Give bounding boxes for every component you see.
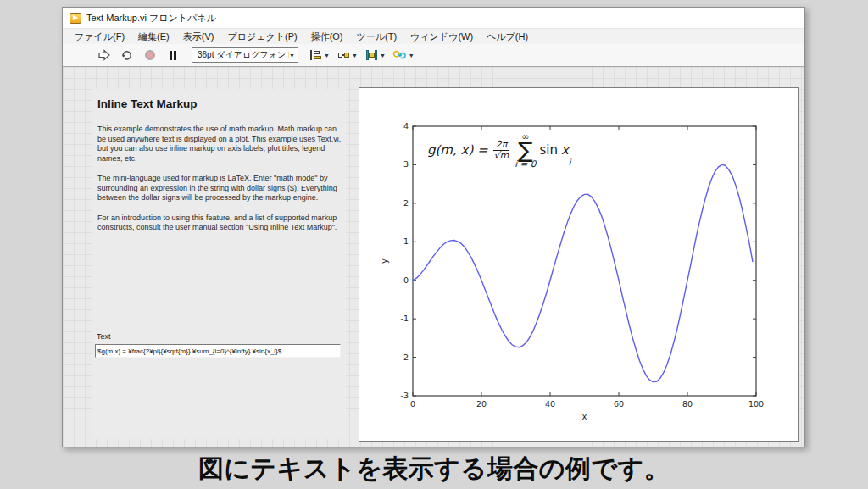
description-paragraph: This example demonstrates the use of mat… [97, 125, 344, 164]
menu-project[interactable]: プロジェクト(P) [220, 29, 303, 44]
front-panel: Inline Text Markup This example demonstr… [63, 67, 804, 447]
text-control-label: Text [97, 332, 111, 341]
svg-text:y: y [380, 258, 389, 264]
labview-front-panel-window: ▶ Text Markup.vi フロントパネル ファイル(F) 編集(E) 表… [62, 7, 805, 447]
menu-view[interactable]: 表示(V) [176, 29, 221, 44]
abort-button[interactable] [142, 47, 158, 64]
desktop-background: ▶ Text Markup.vi フロントパネル ファイル(F) 編集(E) 表… [0, 0, 868, 489]
caption-text: 図にテキストを表示する場合の例です。 [198, 452, 670, 486]
xy-graph: 020406080100-3-2-101234xy [359, 88, 800, 442]
svg-text:0: 0 [403, 275, 409, 285]
page-title: Inline Text Markup [97, 97, 198, 110]
window-titlebar[interactable]: ▶ Text Markup.vi フロントパネル [63, 8, 804, 28]
resize-objects-button[interactable]: ▼ [365, 49, 386, 61]
svg-text:0: 0 [410, 399, 415, 408]
svg-text:-1: -1 [401, 314, 409, 323]
menu-edit[interactable]: 編集(E) [131, 29, 176, 44]
svg-text:100: 100 [748, 399, 764, 408]
labview-app-icon: ▶ [70, 13, 81, 24]
formula-sum: ∞ ∑ i = 0 [515, 132, 536, 168]
svg-text:20: 20 [476, 399, 487, 408]
abort-icon [145, 50, 155, 60]
svg-text:40: 40 [545, 399, 555, 408]
video-caption: 図にテキストを表示する場合の例です。 [0, 448, 868, 489]
svg-text:80: 80 [682, 399, 693, 408]
distribute-objects-icon [337, 49, 350, 61]
sigma-symbol: ∑ [518, 142, 533, 159]
formula-lhs: g(m, x) = [427, 142, 488, 158]
menu-file[interactable]: ファイル(F) [68, 29, 131, 44]
svg-text:4: 4 [403, 121, 409, 131]
svg-text:x: x [582, 412, 587, 421]
plot-panel: 020406080100-3-2-101234xy g(m, x) = 2π √… [359, 87, 799, 442]
menubar: ファイル(F) 編集(E) 表示(V) プロジェクト(P) 操作(O) ツール(… [63, 28, 804, 44]
run-button[interactable] [97, 47, 112, 64]
run-icon [97, 49, 111, 61]
pause-button[interactable] [165, 47, 181, 64]
align-objects-icon [309, 49, 322, 61]
run-continuous-button[interactable] [120, 47, 135, 64]
svg-text:1: 1 [403, 236, 409, 246]
text-input[interactable] [95, 344, 341, 358]
chevron-down-icon: ▼ [289, 53, 295, 58]
description-panel: Inline Text Markup This example demonstr… [92, 89, 346, 439]
align-objects-button[interactable]: ▼ [309, 49, 330, 61]
pause-icon [170, 51, 172, 60]
svg-text:3: 3 [403, 159, 409, 169]
font-selector[interactable]: 36pt ダイアログフォント ▼ [192, 47, 298, 63]
description-paragraph: The mini-language used for markup is LaT… [97, 174, 344, 203]
description-paragraph: For an introduction to using this featur… [97, 214, 344, 233]
reorder-icon: ⟳⟲ [393, 49, 407, 61]
menu-help[interactable]: ヘルプ(H) [480, 29, 535, 44]
menu-tools[interactable]: ツール(T) [350, 29, 404, 44]
description-text: This example demonstrates the use of mat… [97, 125, 344, 243]
menu-operate[interactable]: 操作(O) [304, 29, 350, 44]
distribute-objects-button[interactable]: ▼ [337, 49, 358, 61]
svg-text:-3: -3 [401, 391, 409, 400]
formula-fraction: 2π √m [493, 140, 510, 161]
window-title: Text Markup.vi フロントパネル [86, 12, 216, 25]
run-continuous-icon [120, 49, 134, 61]
svg-text:2: 2 [403, 198, 409, 208]
resize-objects-icon [365, 49, 378, 61]
svg-text:-2: -2 [401, 353, 409, 362]
toolbar: 36pt ダイアログフォント ▼ ▼ ▼ ▼ ⟳⟲▼ [63, 44, 804, 67]
font-selector-value: 36pt ダイアログフォント [198, 49, 289, 61]
svg-text:60: 60 [614, 399, 624, 408]
reorder-button[interactable]: ⟳⟲▼ [393, 49, 415, 61]
plot-formula: g(m, x) = 2π √m ∞ ∑ i = 0 sin x i [427, 132, 571, 168]
menu-window[interactable]: ウィンドウ(W) [403, 29, 480, 44]
